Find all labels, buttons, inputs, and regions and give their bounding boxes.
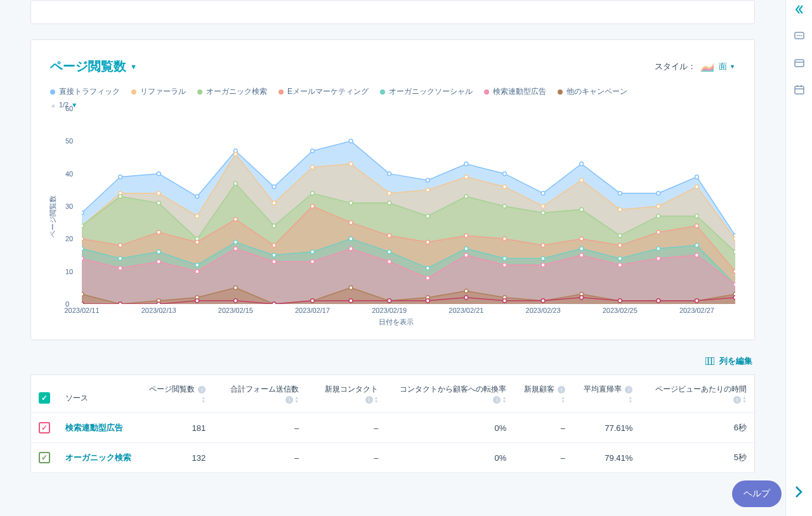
col-header[interactable]: 合計フォーム送信数 i▲▼ xyxy=(213,375,306,413)
svg-point-43 xyxy=(311,191,315,195)
svg-point-141 xyxy=(618,299,622,303)
style-select[interactable]: 面 ▼ xyxy=(719,61,735,72)
col-header[interactable]: コンタクトから顧客への転換率 i▲▼ xyxy=(386,375,514,413)
legend-item[interactable]: 直接トラフィック xyxy=(50,86,120,97)
info-icon[interactable]: i xyxy=(625,386,632,394)
chevron-down-icon: ▼ xyxy=(130,63,137,70)
col-header: ソース xyxy=(58,375,140,413)
sort-icon[interactable]: ▲▼ xyxy=(742,396,747,404)
svg-point-143 xyxy=(695,299,698,303)
info-icon[interactable]: i xyxy=(365,396,373,404)
info-icon[interactable]: i xyxy=(558,386,565,394)
sort-icon[interactable]: ▲▼ xyxy=(628,396,632,404)
svg-point-80 xyxy=(349,237,353,241)
svg-point-34 xyxy=(657,204,660,208)
svg-point-36 xyxy=(733,237,735,241)
chart-title-dropdown[interactable]: ページ閲覧数 ▼ xyxy=(50,58,137,75)
chat-icon[interactable] xyxy=(794,30,805,42)
svg-point-142 xyxy=(657,299,660,303)
collapse-icon[interactable] xyxy=(794,4,805,15)
svg-point-65 xyxy=(464,234,468,237)
svg-point-105 xyxy=(618,263,622,267)
row-checkbox[interactable] xyxy=(39,452,50,463)
svg-point-42 xyxy=(272,224,276,228)
svg-point-27 xyxy=(388,191,391,195)
legend-item[interactable]: リファーラル xyxy=(131,86,186,97)
svg-point-71 xyxy=(695,224,698,228)
svg-point-136 xyxy=(426,299,429,303)
svg-point-70 xyxy=(657,230,660,234)
edit-columns-button[interactable]: 列を編集 xyxy=(33,355,752,367)
svg-point-86 xyxy=(580,247,584,251)
next-arrow[interactable] xyxy=(794,486,803,498)
select-all-checkbox[interactable] xyxy=(39,392,50,404)
svg-point-98 xyxy=(349,247,353,251)
svg-point-29 xyxy=(464,175,468,179)
col-header[interactable]: 新規コンタクト i▲▼ xyxy=(306,375,386,413)
window-icon[interactable] xyxy=(794,57,805,69)
svg-point-28 xyxy=(426,188,429,192)
svg-point-53 xyxy=(695,214,698,218)
legend-item[interactable]: オーガニックソーシャル xyxy=(380,86,473,97)
col-header[interactable]: 新規顧客 i▲▼ xyxy=(514,375,573,413)
sort-icon[interactable]: ▲▼ xyxy=(294,396,299,404)
svg-point-41 xyxy=(233,182,237,185)
top-card xyxy=(30,0,755,24)
legend-pager[interactable]: ▲ 1/2 ▼ xyxy=(50,101,735,109)
svg-point-137 xyxy=(464,296,468,300)
help-button[interactable]: ヘルプ xyxy=(732,480,782,507)
svg-point-12 xyxy=(503,172,507,176)
svg-point-97 xyxy=(311,260,315,263)
svg-point-144 xyxy=(733,296,735,300)
svg-point-9 xyxy=(388,172,391,176)
x-axis-label: 日付を表示 xyxy=(56,317,735,327)
svg-point-39 xyxy=(157,201,160,205)
pager-prev-icon[interactable]: ▲ xyxy=(50,102,56,109)
svg-point-8 xyxy=(349,139,353,143)
legend: 直接トラフィックリファーラルオーガニック検索Eメールマーケティングオーガニックソ… xyxy=(50,86,735,97)
source-link[interactable]: 検索連動型広告 xyxy=(65,423,123,432)
svg-point-50 xyxy=(580,208,584,211)
sort-icon[interactable]: ▲▼ xyxy=(561,396,565,404)
svg-point-116 xyxy=(349,286,353,289)
svg-point-49 xyxy=(541,211,545,215)
svg-rect-152 xyxy=(795,60,804,67)
svg-point-33 xyxy=(618,208,622,211)
svg-point-68 xyxy=(580,237,584,241)
columns-icon xyxy=(705,357,714,365)
sort-icon[interactable]: ▲▼ xyxy=(201,396,206,404)
info-icon[interactable]: i xyxy=(285,396,293,404)
svg-point-151 xyxy=(801,35,802,36)
legend-item[interactable]: オーガニック検索 xyxy=(197,86,267,97)
table-row: オーガニック検索 132––0%–79.41%5秒 xyxy=(31,443,755,473)
svg-point-22 xyxy=(195,214,199,218)
legend-item[interactable]: Eメールマーケティング xyxy=(278,86,369,97)
svg-point-31 xyxy=(541,204,545,208)
calendar-icon[interactable] xyxy=(794,84,805,95)
svg-point-15 xyxy=(618,191,622,195)
info-icon[interactable]: i xyxy=(198,386,206,394)
svg-point-109 xyxy=(82,293,84,296)
source-link[interactable]: オーガニック検索 xyxy=(65,453,131,462)
svg-point-4 xyxy=(195,195,199,199)
svg-point-54 xyxy=(733,250,735,254)
legend-item[interactable]: 他のキャンペーン xyxy=(558,86,627,97)
svg-point-23 xyxy=(233,152,237,156)
row-checkbox[interactable] xyxy=(39,422,50,433)
chevron-down-icon: ▼ xyxy=(730,63,735,70)
legend-item[interactable]: 検索連動型広告 xyxy=(484,86,546,97)
svg-point-24 xyxy=(272,201,276,205)
info-icon[interactable]: i xyxy=(733,396,741,404)
svg-point-58 xyxy=(195,240,199,244)
info-icon[interactable]: i xyxy=(493,396,501,404)
svg-point-63 xyxy=(388,234,391,237)
sort-icon[interactable]: ▲▼ xyxy=(374,396,379,404)
col-header[interactable]: ページ閲覧数 i▲▼ xyxy=(140,375,213,413)
svg-point-25 xyxy=(311,165,315,169)
svg-point-2 xyxy=(119,175,122,179)
col-header[interactable]: 平均直帰率 i▲▼ xyxy=(573,375,640,413)
svg-point-96 xyxy=(272,260,276,263)
svg-point-77 xyxy=(233,240,237,244)
sort-icon[interactable]: ▲▼ xyxy=(502,396,506,404)
col-header[interactable]: ページビューあたりの時間 i▲▼ xyxy=(640,375,754,413)
